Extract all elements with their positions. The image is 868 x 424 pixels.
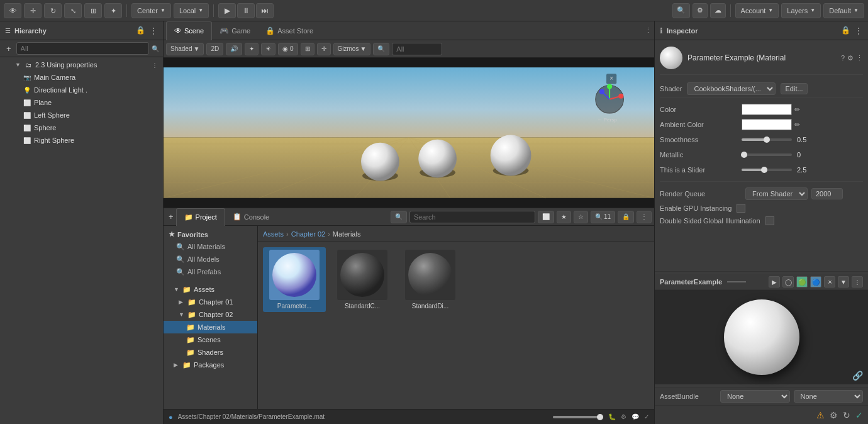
hierarchy-item-4[interactable]: ⬜ Sphere	[0, 121, 163, 134]
hierarchy-search-input[interactable]	[16, 42, 149, 55]
gizmos-btn[interactable]: Gizmos ▼	[333, 43, 371, 55]
skybox-btn[interactable]: ☀	[261, 43, 275, 55]
render-queue-select[interactable]: From Shader	[745, 187, 808, 200]
fav-all-materials[interactable]: 🔍 All Materials	[164, 240, 257, 253]
hierarchy-more-icon[interactable]: ⋮	[149, 26, 158, 36]
scale-tool-btn[interactable]: ⤡	[64, 3, 82, 18]
project-bookmark-btn[interactable]: ★	[557, 211, 571, 223]
settings2-icon[interactable]: ⚙	[830, 410, 838, 420]
project-filter-btn[interactable]: ⬜	[538, 211, 554, 223]
tree-scenes[interactable]: 📁 Scenes	[164, 333, 257, 346]
project-star-btn[interactable]: ☆	[574, 211, 588, 223]
refresh-icon[interactable]: ↻	[843, 410, 850, 420]
render-queue-num[interactable]	[811, 188, 843, 199]
metallic-thumb[interactable]	[741, 152, 747, 158]
search-btn[interactable]: 🔍	[672, 3, 690, 18]
asset-bundle-select-variant[interactable]: None	[794, 390, 864, 403]
hierarchy-item-1[interactable]: 💡 Directional Light .	[0, 84, 163, 96]
hierarchy-item-3[interactable]: ⬜ Left Sphere	[0, 109, 163, 121]
hierarchy-lock-icon[interactable]: 🔒	[136, 26, 145, 36]
rect-tool-btn[interactable]: ⊞	[84, 3, 102, 18]
material-help-icon[interactable]: ?	[841, 54, 845, 62]
custom-slider-track[interactable]	[742, 169, 792, 171]
preview-play-btn[interactable]: ▶	[769, 276, 780, 287]
grid-btn[interactable]: ⊞	[301, 43, 314, 55]
move-tool-btn[interactable]: ✛	[24, 3, 42, 18]
color-edit-icon[interactable]: ✏	[794, 106, 800, 114]
inspector-lock-icon[interactable]: 🔒	[841, 26, 850, 36]
breadcrumb-assets[interactable]: Assets	[263, 230, 284, 238]
preview-more-btn[interactable]: ⋮	[852, 276, 863, 287]
pivot-center-btn[interactable]: Center ▼	[131, 3, 171, 18]
material-more-icon[interactable]: ⋮	[856, 54, 863, 62]
hierarchy-item-5[interactable]: ⬜ Right Sphere	[0, 134, 163, 147]
material-settings-icon[interactable]: ⚙	[847, 54, 854, 62]
move2-btn[interactable]: ✛	[317, 43, 331, 55]
preview-sphere-btn[interactable]: ◯	[782, 276, 794, 287]
preview-color1-btn[interactable]: 🟢	[796, 276, 808, 287]
asset-parameter[interactable]: Parameter...	[263, 247, 326, 312]
check2-icon[interactable]: ✓	[855, 410, 863, 420]
hierarchy-item-2[interactable]: ⬜ Plane	[0, 96, 163, 109]
preview-sun-btn[interactable]: ☀	[824, 276, 835, 287]
pause-btn[interactable]: ⏸	[237, 3, 255, 18]
root-more[interactable]: ⋮	[152, 62, 158, 69]
footer-settings-icon[interactable]: ⚙	[621, 413, 626, 420]
tab-console[interactable]: 📋 Console	[225, 208, 277, 226]
breadcrumb-chapter02[interactable]: Chapter 02	[291, 230, 325, 238]
2d-btn[interactable]: 2D	[206, 43, 223, 55]
metallic-track[interactable]	[742, 153, 792, 156]
ambient-color-edit-icon[interactable]: ✏	[794, 121, 800, 129]
default-btn[interactable]: Default ▼	[823, 3, 864, 18]
warning-icon[interactable]: ⚠	[816, 410, 825, 420]
tree-packages[interactable]: ▶ 📁 Packages	[164, 359, 257, 371]
collab-btn[interactable]: ⚙	[693, 3, 708, 18]
footer-slider[interactable]	[553, 416, 603, 418]
tree-shaders[interactable]: 📁 Shaders	[164, 346, 257, 359]
tree-materials[interactable]: 📁 Materials	[164, 321, 257, 333]
asset-standardc[interactable]: StandardC...	[331, 247, 394, 312]
asset-bundle-select-main[interactable]: None	[720, 390, 790, 403]
tab-project[interactable]: 📁 Project	[176, 208, 225, 226]
preview-expand-btn[interactable]: ▼	[838, 276, 849, 287]
gpu-instancing-checkbox[interactable]	[737, 204, 745, 213]
layers-btn[interactable]: Layers ▼	[781, 3, 821, 18]
double-sided-checkbox[interactable]	[765, 216, 774, 225]
fav-all-models[interactable]: 🔍 All Models	[164, 253, 257, 265]
tree-chapter01[interactable]: ▶ 📁 Chapter 01	[164, 296, 257, 308]
pivot-local-btn[interactable]: Local ▼	[174, 3, 209, 18]
footer-bug-icon[interactable]: 🐛	[608, 413, 616, 420]
tab-scene[interactable]: 👁 Scene	[166, 21, 212, 40]
project-search-btn[interactable]: 🔍	[391, 211, 407, 223]
footer-check-icon[interactable]: ✓	[644, 413, 649, 420]
preview-link-icon[interactable]: 🔗	[852, 371, 863, 381]
asset-standarddi[interactable]: StandardDi...	[399, 247, 462, 312]
project-lock-btn[interactable]: 🔒	[618, 211, 634, 223]
tab-asset-store[interactable]: 🔒 Asset Store	[258, 21, 321, 40]
custom-slider-thumb[interactable]	[761, 167, 767, 173]
project-add-btn[interactable]: +	[166, 211, 176, 223]
scene-search-input[interactable]	[392, 43, 442, 55]
hierarchy-item-0[interactable]: 📷 Main Camera	[0, 71, 163, 84]
tab-game[interactable]: 🎮 Game	[212, 21, 258, 40]
project-more-btn[interactable]: ⋮	[637, 211, 652, 223]
shader-edit-btn[interactable]: Edit...	[781, 83, 807, 94]
transform-tool-btn[interactable]: ✦	[104, 3, 122, 18]
tree-assets[interactable]: ▼ 📁 Assets	[164, 283, 257, 296]
eye-tool-btn[interactable]: 👁	[4, 3, 21, 18]
search2-btn[interactable]: 🔍	[373, 43, 389, 55]
fav-all-prefabs[interactable]: 🔍 All Prefabs	[164, 265, 257, 278]
color-swatch[interactable]	[742, 104, 792, 115]
hierarchy-root-item[interactable]: ▼ 🗂 2.3 Using properties ⋮	[0, 59, 163, 71]
account-btn[interactable]: Account ▼	[735, 3, 779, 18]
audio-btn[interactable]: 🔊	[226, 43, 242, 55]
scene-tab-more[interactable]: ⋮	[645, 26, 652, 35]
cloud-btn[interactable]: ☁	[710, 3, 726, 18]
play-btn[interactable]: ▶	[218, 3, 236, 18]
rotate-tool-btn[interactable]: ↻	[44, 3, 62, 18]
step-btn[interactable]: ⏭	[256, 3, 274, 18]
effects-btn[interactable]: ✦	[245, 43, 259, 55]
preview-color2-btn[interactable]: 🔵	[810, 276, 821, 287]
shader-select[interactable]: CookbookShaders/(...	[687, 82, 776, 95]
smoothness-track[interactable]	[742, 138, 792, 141]
